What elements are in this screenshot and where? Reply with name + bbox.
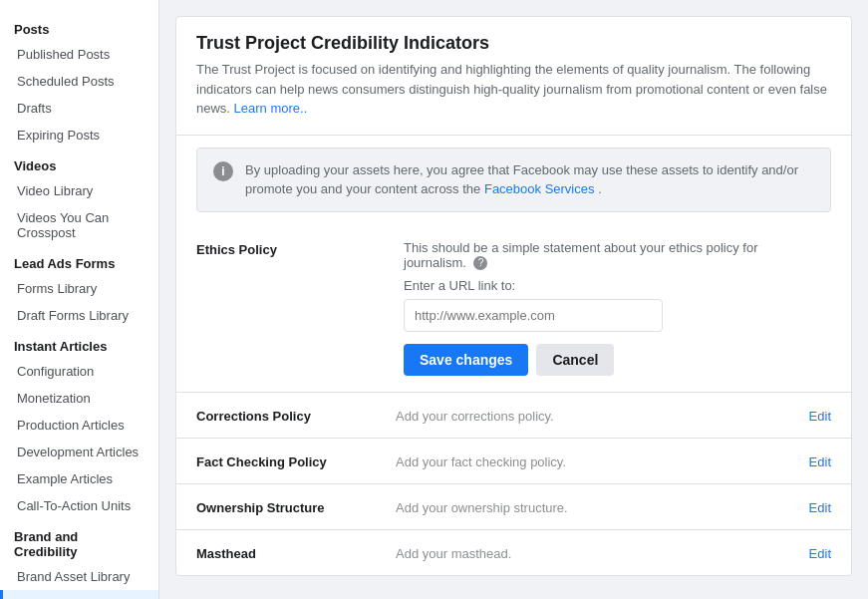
panel-title: Trust Project Credibility Indicators [196,33,831,54]
info-icon: i [213,161,233,181]
sidebar-item-drafts[interactable]: Drafts [0,95,158,122]
ethics-help-icon[interactable]: ? [473,256,487,270]
sidebar-item-development-articles[interactable]: Development Articles [0,439,158,465]
fact-checking-policy-placeholder: Add your fact checking policy. [396,452,809,469]
sidebar-item-draft-forms-library[interactable]: Draft Forms Library [0,302,158,329]
sidebar-item-expiring-posts[interactable]: Expiring Posts [0,122,158,149]
policy-row-ownership-structure: Ownership StructureAdd your ownership st… [176,484,851,530]
sidebar: PostsPublished PostsScheduled PostsDraft… [0,0,159,599]
sidebar-item-monetization[interactable]: Monetization [0,385,158,412]
url-input[interactable] [404,299,663,332]
masthead-placeholder: Add your masthead. [396,544,809,561]
policy-row-masthead: MastheadAdd your masthead.Edit [176,530,851,575]
sidebar-item-credibility-indicators[interactable]: Credibility Indicators [0,590,158,599]
sidebar-section-label-brand-and-credibility: Brand and Credibility [0,519,158,563]
sidebar-section-label-instant-articles: Instant Articles [0,329,158,358]
panel-header: Trust Project Credibility Indicators The… [176,17,851,136]
policy-row-corrections-policy: Corrections PolicyAdd your corrections p… [176,393,851,439]
ethics-policy-description: This should be a simple statement about … [404,240,823,271]
ownership-structure-label: Ownership Structure [196,498,396,515]
corrections-policy-edit-link[interactable]: Edit [809,407,831,424]
sidebar-item-forms-library[interactable]: Forms Library [0,275,158,302]
panel-description: The Trust Project is focused on identify… [196,60,831,119]
trust-project-panel: Trust Project Credibility Indicators The… [175,16,852,576]
sidebar-item-call-to-action-units[interactable]: Call-To-Action Units [0,492,158,519]
sidebar-section-label-posts: Posts [0,12,158,41]
corrections-policy-label: Corrections Policy [196,407,396,424]
masthead-edit-link[interactable]: Edit [809,544,831,561]
sidebar-section-label-videos: Videos [0,149,158,177]
sidebar-item-video-library[interactable]: Video Library [0,177,158,204]
save-button[interactable]: Save changes [404,344,528,376]
cancel-button[interactable]: Cancel [536,344,614,376]
policy-row-fact-checking-policy: Fact Checking PolicyAdd your fact checki… [176,439,851,484]
info-text-end: . [598,181,602,196]
button-row: Save changes Cancel [404,344,823,376]
corrections-policy-placeholder: Add your corrections policy. [396,407,809,424]
sidebar-item-scheduled-posts[interactable]: Scheduled Posts [0,68,158,95]
info-box: i By uploading your assets here, you agr… [196,148,831,212]
fact-checking-policy-label: Fact Checking Policy [196,452,396,469]
main-content: Trust Project Credibility Indicators The… [159,0,868,599]
info-box-text: By uploading your assets here, you agree… [245,160,814,199]
sidebar-item-production-articles[interactable]: Production Articles [0,412,158,439]
sidebar-item-published-posts[interactable]: Published Posts [0,41,158,68]
masthead-label: Masthead [196,544,396,561]
sidebar-item-example-articles[interactable]: Example Articles [0,465,158,492]
ethics-policy-content: This should be a simple statement about … [396,240,831,377]
ownership-structure-edit-link[interactable]: Edit [809,498,831,515]
ethics-policy-row: Ethics Policy This should be a simple st… [176,224,851,394]
sidebar-item-brand-asset-library[interactable]: Brand Asset Library [0,563,158,590]
ethics-description-text: This should be a simple statement about … [404,240,758,270]
facebook-services-link[interactable]: Facebook Services [484,181,595,196]
url-label: Enter a URL link to: [404,278,823,293]
fact-checking-policy-edit-link[interactable]: Edit [809,452,831,469]
learn-more-link[interactable]: Learn more.. [234,101,308,116]
ownership-structure-placeholder: Add your ownership structure. [396,498,809,515]
sidebar-item-configuration[interactable]: Configuration [0,358,158,385]
policy-rows-container: Corrections PolicyAdd your corrections p… [176,393,851,575]
sidebar-section-label-lead-ads-forms: Lead Ads Forms [0,246,158,275]
ethics-policy-label: Ethics Policy [196,240,396,257]
sidebar-item-videos-you-can-crosspost[interactable]: Videos You Can Crosspost [0,204,158,246]
